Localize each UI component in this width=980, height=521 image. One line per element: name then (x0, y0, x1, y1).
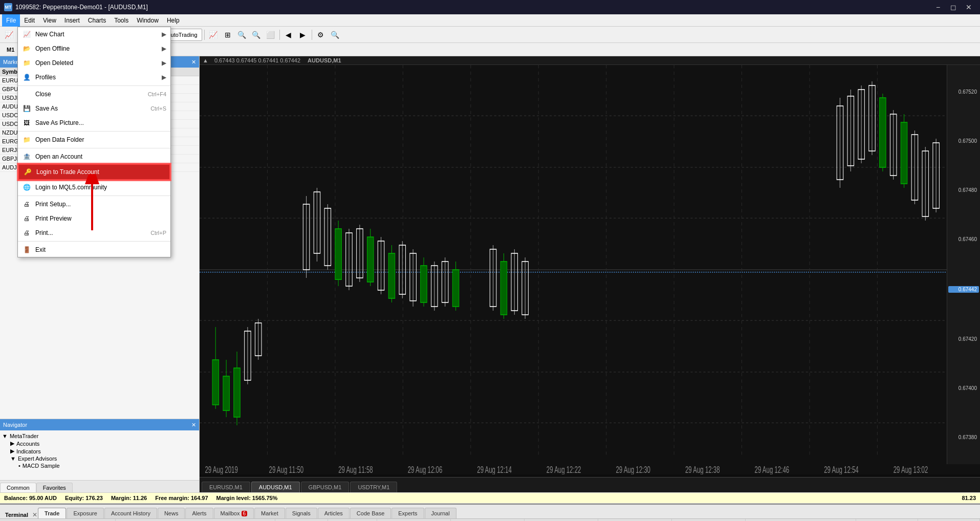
toolbar-sep4 (279, 30, 280, 40)
new-chart-label: New Chart (35, 31, 64, 38)
chart-tab-gbpusd[interactable]: GBPUSD,M1 (301, 482, 350, 492)
menu-print[interactable]: 🖨 Print... Ctrl+P (18, 226, 170, 240)
title-bar: MT 1099582: Pepperstone-Demo01 - [AUDUSD… (0, 0, 980, 14)
indicators-btn[interactable]: 📈 (207, 28, 220, 41)
menu-open-deleted[interactable]: 📁 Open Deleted ▶ (18, 56, 170, 70)
nav-item[interactable]: ▼ MetaTrader (2, 432, 197, 440)
col-symbol: Symbol (377, 519, 450, 521)
menu-profiles[interactable]: 👤 Profiles ▶ (18, 70, 170, 84)
save-picture-icon: 🖼 (22, 118, 31, 127)
svg-text:29 Aug 11:58: 29 Aug 11:58 (338, 465, 373, 474)
svg-text:29 Aug 12:14: 29 Aug 12:14 (477, 465, 512, 474)
tab-trade[interactable]: Trade (38, 508, 66, 518)
candlestick-chart: 29 Aug 2019 29 Aug 11:50 29 Aug 11:58 29… (200, 65, 980, 474)
nav-item[interactable]: ▶ Accounts (2, 440, 197, 447)
right-scroll[interactable]: ▶ (296, 28, 310, 41)
svg-text:29 Aug 2019: 29 Aug 2019 (205, 465, 237, 474)
mailbox-badge: 6 (242, 511, 248, 516)
tab-market[interactable]: Market (254, 508, 285, 518)
tab-favorites[interactable]: Favorites (36, 483, 73, 492)
tab-common[interactable]: Common (0, 483, 36, 492)
restore-button[interactable]: ◻ (946, 2, 961, 13)
tab-signals[interactable]: Signals (286, 508, 317, 518)
tab-articles[interactable]: Articles (318, 508, 350, 518)
tab-code-base[interactable]: Code Base (350, 508, 391, 518)
svg-rect-21 (223, 376, 230, 410)
nav-item[interactable]: ▼ Expert Advisors (2, 455, 197, 462)
svg-rect-75 (880, 98, 886, 167)
svg-rect-51 (421, 266, 427, 302)
menu-login-trade[interactable]: 🔑 Login to Trade Account (18, 164, 170, 180)
menu-file[interactable]: File (2, 14, 20, 27)
price-label-5: 0.67420 (948, 336, 979, 342)
menu-print-preview[interactable]: 🖨 Print Preview (18, 211, 170, 226)
close-button[interactable]: ✕ (962, 2, 976, 13)
period-sep-btn[interactable]: ⊞ (221, 28, 234, 41)
price-label-1: 0.67520 (948, 89, 979, 95)
menu-charts[interactable]: Charts (84, 14, 110, 27)
price-label-4: 0.67460 (948, 236, 979, 242)
save-as-shortcut: Ctrl+S (150, 105, 166, 112)
tab-account-history[interactable]: Account History (104, 508, 157, 518)
tf-m1[interactable]: M1 (2, 44, 19, 55)
left-scroll[interactable]: ◀ (282, 28, 295, 41)
nav-item[interactable]: • MACD Sample (2, 462, 197, 469)
open-offline-icon: 📂 (22, 44, 31, 53)
data-folder-label: Open Data Folder (35, 136, 84, 143)
terminal-close-btn[interactable]: ✕ (32, 511, 37, 518)
tab-alerts[interactable]: Alerts (185, 508, 213, 518)
svg-rect-45 (388, 253, 395, 298)
menu-new-chart[interactable]: 📈 New Chart ▶ (18, 27, 170, 41)
menu-open-offline[interactable]: 📂 Open Offline ▶ (18, 41, 170, 56)
tab-mailbox[interactable]: Mailbox 6 (214, 508, 254, 518)
navigator-header: Navigator ✕ (0, 419, 199, 430)
menu-close[interactable]: Close Ctrl+F4 (18, 87, 170, 101)
menu-window[interactable]: Window (133, 14, 163, 27)
menu-login-mql5[interactable]: 🌐 Login to MQL5.community (18, 180, 170, 194)
search-btn[interactable]: 🔍 (329, 28, 342, 41)
menu-open-data-folder[interactable]: 📁 Open Data Folder (18, 133, 170, 147)
tab-experts[interactable]: Experts (391, 508, 424, 518)
menu-save-as-picture[interactable]: 🖼 Save As Picture... (18, 116, 170, 130)
tab-news[interactable]: News (158, 508, 185, 518)
nav-item-label: MetaTrader (10, 433, 38, 439)
menu-tools[interactable]: Tools (110, 14, 133, 27)
col-tp: T / P (598, 519, 672, 521)
col-size: Size (328, 519, 377, 521)
chart-tab-audusd[interactable]: AUDUSD,M1 (251, 482, 300, 492)
menu-help[interactable]: Help (163, 14, 184, 27)
settings-btn[interactable]: ⚙ (314, 28, 328, 41)
zoom-out-btn[interactable]: 🔍 (250, 28, 263, 41)
price-label-3: 0.67480 (948, 187, 979, 193)
zoom-in-btn[interactable]: 🔍 (235, 28, 249, 41)
menu-open-account[interactable]: 🏦 Open an Account (18, 149, 170, 164)
window-controls[interactable]: − ◻ ✕ (931, 2, 976, 13)
menu-save-as[interactable]: 💾 Save As Ctrl+S (18, 101, 170, 116)
menu-print-setup[interactable]: 🖨 Print Setup... (18, 197, 170, 211)
menu-edit[interactable]: Edit (20, 14, 39, 27)
fit-btn[interactable]: ⬜ (264, 28, 277, 41)
nav-expand-icon: ▶ (10, 448, 14, 454)
window-title: 1099582: Pepperstone-Demo01 - [AUDUSD,M1… (15, 4, 148, 11)
new-chart-tb-btn[interactable]: 📈 (2, 28, 15, 41)
chart-tab-eurusd[interactable]: EURUSD,M1 (202, 482, 250, 492)
market-watch-close[interactable]: ✕ (191, 59, 196, 66)
svg-text:29 Aug 11:50: 29 Aug 11:50 (269, 465, 304, 474)
tab-journal[interactable]: Journal (425, 508, 456, 518)
profiles-label: Profiles (35, 74, 56, 81)
menu-view[interactable]: View (39, 14, 60, 27)
tab-exposure[interactable]: Exposure (67, 508, 103, 518)
minimize-button[interactable]: − (931, 2, 945, 13)
nav-item[interactable]: ▶ Indicators (2, 447, 197, 455)
menu-exit[interactable]: 🚪 Exit (18, 243, 170, 257)
menu-insert[interactable]: Insert (60, 14, 84, 27)
navigator-close[interactable]: ✕ (191, 422, 196, 428)
navigator: Navigator ✕ ▼ MetaTrader ▶ Accounts ▶ In… (0, 419, 199, 480)
chart-tab-usdtry[interactable]: USDTRY,M1 (350, 482, 397, 492)
svg-text:29 Aug 12:30: 29 Aug 12:30 (616, 465, 650, 474)
candles (212, 81, 939, 425)
terminal-content: Order ↑ Time Type Size Symbol Price S / … (0, 519, 980, 521)
sep4 (18, 196, 170, 196)
left-panel-tabs: Common Favorites (0, 480, 199, 492)
nav-expand-icon: ▼ (2, 433, 8, 439)
